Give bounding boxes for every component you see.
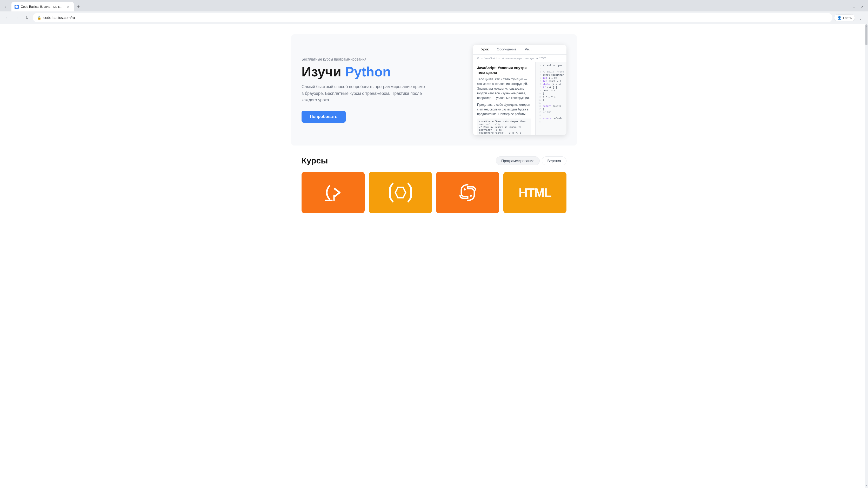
course-card-html[interactable]: HTML: [503, 172, 566, 213]
preview-tab-lesson[interactable]: Урок: [477, 45, 493, 54]
active-tab[interactable]: Code Basics: бесплатные курс... ✕: [11, 2, 74, 11]
tab-back-btn[interactable]: ‹: [2, 3, 9, 10]
preview-tab-result[interactable]: Ре...: [521, 45, 536, 54]
forward-icon: →: [15, 16, 19, 20]
code-line-7: 7 while (i < st: [538, 83, 564, 86]
code-keyword: return: [543, 105, 551, 108]
browser-menu-button[interactable]: ⋮: [857, 13, 865, 22]
back-button[interactable]: ←: [3, 13, 11, 22]
line-num: 2: [538, 67, 541, 70]
lesson-text1: Тело цикла, как и тело функции — это мес…: [477, 77, 531, 100]
code-line-18: 18 export default: [538, 118, 564, 120]
line-num: 8: [538, 86, 541, 89]
profile-button[interactable]: 👤 Гость: [834, 14, 855, 21]
line-num: 4: [538, 74, 541, 77]
code-keyword: let: [543, 80, 547, 83]
courses-grid: HTML: [302, 172, 566, 213]
lesson-title: JavaScript: Условия внутри тела цикла: [477, 65, 531, 75]
code-text: count = c: [543, 89, 556, 92]
course-card-js[interactable]: [302, 172, 365, 213]
hero-subtitle: Бесплатные курсы программирования: [302, 57, 463, 61]
line-num: 13: [538, 102, 541, 104]
line-num: 14: [538, 105, 541, 108]
code-line-16: 16 // END: [538, 111, 564, 114]
code-text: /* eslint oper: [543, 64, 563, 67]
tab-bar: ‹ Code Basics: бесплатные курс... ✕ + — …: [0, 0, 868, 11]
line-num: 7: [538, 83, 541, 86]
address-bar[interactable]: 🔒 code-basics.com/ru: [33, 13, 832, 22]
cta-button[interactable]: Попробовать: [302, 111, 346, 123]
course-card-brackets[interactable]: [369, 172, 432, 213]
hero-description: Самый быстрый способ попробовать програм…: [302, 84, 426, 103]
tab-favicon: [14, 5, 19, 9]
code-text: i = 0;: [549, 77, 557, 80]
html-icon-text: HTML: [519, 186, 551, 200]
new-tab-button[interactable]: +: [75, 3, 82, 10]
line-num: 1: [538, 64, 541, 67]
code-text: count = (: [549, 80, 561, 83]
python-icon: [455, 180, 481, 206]
minimize-button[interactable]: —: [842, 3, 849, 10]
code-line-19: 19: [538, 121, 564, 123]
line-num: 17: [538, 114, 541, 117]
code-keyword: if: [543, 86, 546, 89]
scrollbar[interactable]: ▲ ▼: [865, 24, 868, 488]
tab-nav-buttons: ‹: [2, 3, 9, 10]
menu-dots-icon: ⋮: [858, 15, 863, 21]
hero-title: Изучи Python: [302, 64, 463, 79]
code-example-text: countChars('Fear cuts deeper than swords…: [479, 120, 527, 134]
scroll-down-arrow[interactable]: ▼: [865, 484, 867, 487]
line-num: 10: [538, 92, 541, 95]
line-num: 9: [538, 89, 541, 92]
line-num: 6: [538, 80, 541, 83]
filter-markup[interactable]: Верстка: [542, 156, 566, 165]
code-text: }: [543, 92, 544, 95]
code-example: countChars('Fear cuts deeper than swords…: [477, 119, 531, 135]
scroll-up-arrow[interactable]: ▲: [865, 25, 867, 28]
code-text: };: [543, 108, 546, 111]
profile-icon: 👤: [837, 16, 841, 20]
code-keyword: let: [543, 77, 547, 80]
line-num: 16: [538, 111, 541, 114]
line-num: 19: [538, 121, 541, 123]
svg-point-3: [470, 195, 472, 197]
code-line-8: 8 if (str[i]: [538, 86, 564, 89]
code-line-1: 1 /* eslint oper: [538, 64, 564, 67]
code-line-11: 11 i = i + 1;: [538, 96, 564, 98]
reload-button[interactable]: ↻: [23, 13, 31, 22]
security-icon: 🔒: [37, 16, 41, 20]
forward-button[interactable]: →: [13, 13, 21, 22]
code-keyword: while: [543, 83, 550, 86]
line-num: 3: [538, 71, 541, 73]
preview-text: JavaScript: Условия внутри тела цикла Те…: [473, 62, 535, 135]
line-num: 5: [538, 77, 541, 80]
code-line-17: 17: [538, 114, 564, 117]
svg-point-2: [464, 188, 466, 190]
code-line-14: 14 return count;: [538, 105, 564, 108]
code-line-10: 10 }: [538, 92, 564, 95]
reload-icon: ↻: [26, 16, 29, 20]
close-button[interactable]: ✕: [859, 3, 866, 10]
tab-title: Code Basics: бесплатные курс...: [21, 5, 63, 8]
code-line-15: 15 };: [538, 108, 564, 111]
preview-breadcrumb: ⟳ → JavaScript → Условия внутри тела цик…: [473, 55, 566, 62]
code-text: default: [553, 118, 563, 120]
code-line-12: 12 }: [538, 99, 564, 101]
code-line-6: 6 let count = (: [538, 80, 564, 83]
tab-close-button[interactable]: ✕: [65, 4, 71, 9]
courses-section: Курсы Программирование Верстка: [291, 156, 577, 213]
address-text: code-basics.com/ru: [43, 16, 828, 20]
courses-filters: Программирование Верстка: [496, 156, 566, 165]
filter-programming[interactable]: Программирование: [496, 156, 540, 165]
course-card-python[interactable]: [436, 172, 499, 213]
maximize-button[interactable]: □: [850, 3, 858, 10]
code-comment: // END: [543, 111, 551, 114]
back-icon: ←: [5, 16, 9, 20]
hero-left: Бесплатные курсы программирования Изучи …: [302, 57, 463, 123]
code-text: count;: [553, 105, 561, 108]
preview-tab-discussion[interactable]: Обсуждение: [493, 45, 521, 54]
browser-toolbar: ← → ↻ 🔒 code-basics.com/ru 👤 Гость ⋮: [0, 11, 868, 24]
hero-section: Бесплатные курсы программирования Изучи …: [291, 34, 577, 146]
preview-body: JavaScript: Условия внутри тела цикла Те…: [473, 62, 566, 135]
line-num: 12: [538, 99, 541, 101]
